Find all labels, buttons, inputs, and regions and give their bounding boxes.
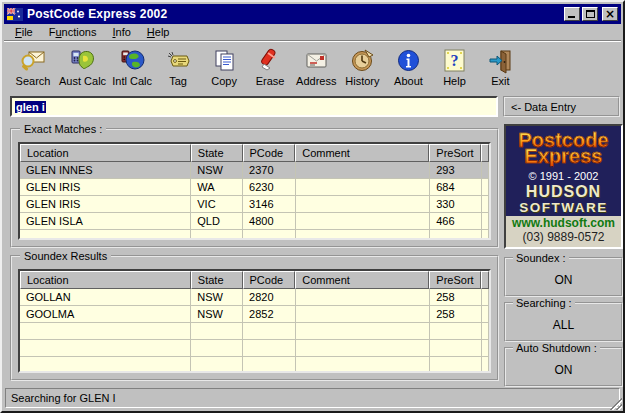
- cell-state: [191, 323, 243, 340]
- column-header-pcode[interactable]: PCode: [243, 144, 296, 162]
- app-flag-icon: [7, 8, 23, 21]
- table-row[interactable]: GOOLMANSW2852258: [20, 306, 489, 323]
- title-bar: PostCode Express 2002 ×: [4, 4, 621, 24]
- about-icon: [394, 46, 422, 74]
- aust-calc-icon: [69, 46, 97, 74]
- soundex-results-group: Soundex Results LocationStatePCodeCommen…: [10, 255, 499, 381]
- table-row[interactable]: GLEN IRISWA6230684: [20, 179, 489, 196]
- minimize-button[interactable]: [564, 7, 580, 21]
- cell-location: GOLLAN: [20, 289, 191, 306]
- table-row[interactable]: GLEN IRISVIC3146330: [20, 196, 489, 213]
- soundex-results-title: Soundex Results: [20, 250, 111, 262]
- tool-help-button[interactable]: ?Help: [431, 45, 477, 88]
- cell-pcode: 2852: [243, 306, 296, 323]
- tool-label: Intl Calc: [112, 75, 152, 87]
- table-row[interactable]: GOLLANNSW2820258: [20, 289, 489, 306]
- soundex-results-grid: LocationStatePCodeCommentPreSortGOLLANNS…: [18, 269, 491, 373]
- tool-label: Copy: [211, 75, 237, 87]
- cell-state: WA: [191, 179, 243, 196]
- auto-shutdown-status-value: ON: [506, 363, 621, 377]
- column-header-presort[interactable]: PreSort: [429, 144, 481, 162]
- tool-label: About: [394, 75, 423, 87]
- tool-copy-button[interactable]: Copy: [201, 45, 247, 88]
- tool-history-button[interactable]: History: [339, 45, 385, 88]
- cell-presort: [430, 230, 482, 240]
- resize-grip[interactable]: [609, 397, 622, 410]
- table-row[interactable]: [20, 340, 489, 357]
- column-header-comment[interactable]: Comment: [295, 144, 429, 162]
- tool-address-button[interactable]: Address: [293, 45, 339, 88]
- menu-item-info[interactable]: Info: [105, 24, 137, 40]
- tool-erase-button[interactable]: Erase: [247, 45, 293, 88]
- app-window: PostCode Express 2002 × FileFunctionsInf…: [0, 0, 625, 413]
- cell-stub: [482, 230, 489, 240]
- menu-item-help[interactable]: Help: [140, 24, 177, 40]
- column-header-pcode[interactable]: PCode: [243, 271, 296, 289]
- soundex-status-value: ON: [506, 273, 621, 287]
- table-row[interactable]: [20, 357, 489, 373]
- column-header-presort[interactable]: PreSort: [429, 271, 481, 289]
- cell-state: [191, 230, 243, 240]
- cell-state: NSW: [191, 162, 243, 179]
- tool-label: Erase: [256, 75, 285, 87]
- intl-calc-icon: [118, 46, 146, 74]
- grid-header-row: LocationStatePCodeCommentPreSort: [20, 144, 489, 162]
- table-row[interactable]: GLEN ISLAQLD4800466: [20, 213, 489, 230]
- tool-label: Exit: [491, 75, 509, 87]
- table-row[interactable]: [20, 323, 489, 340]
- help-icon: ?: [440, 46, 468, 74]
- maximize-button[interactable]: [582, 7, 598, 21]
- window-controls: ×: [564, 7, 618, 21]
- tool-search-button[interactable]: Search: [10, 45, 56, 88]
- cell-stub: [482, 213, 489, 230]
- address-icon: [302, 46, 330, 74]
- cell-stub: [482, 323, 489, 340]
- column-header-state[interactable]: State: [191, 144, 243, 162]
- tool-about-button[interactable]: About: [385, 45, 431, 88]
- cell-comment: [296, 323, 430, 340]
- cell-stub: [482, 179, 489, 196]
- column-header-comment[interactable]: Comment: [295, 271, 429, 289]
- cell-state: [191, 340, 243, 357]
- column-header-location[interactable]: Location: [20, 144, 191, 162]
- cell-presort: 258: [430, 306, 482, 323]
- tool-aust-calc-button[interactable]: Aust Calc: [56, 45, 109, 88]
- cell-location: GLEN IRIS: [20, 196, 191, 213]
- close-button[interactable]: ×: [602, 7, 618, 21]
- cell-comment: [296, 196, 430, 213]
- cell-pcode: [243, 357, 296, 373]
- tool-label: Tag: [169, 75, 187, 87]
- tool-label: Aust Calc: [59, 75, 106, 87]
- tool-exit-button[interactable]: Exit: [477, 45, 523, 88]
- cell-comment: [296, 213, 430, 230]
- cell-pcode: 3146: [243, 196, 296, 213]
- tool-tag-button[interactable]: Tag: [155, 45, 201, 88]
- history-icon: [348, 46, 376, 74]
- cell-comment: [296, 230, 430, 240]
- table-row[interactable]: GLEN INNESNSW2370293: [20, 162, 489, 179]
- column-header-location[interactable]: Location: [20, 271, 191, 289]
- cell-presort: [430, 340, 482, 357]
- status-bar: Searching for GLEN I: [5, 388, 620, 408]
- cell-presort: [430, 323, 482, 340]
- table-row[interactable]: [20, 230, 489, 240]
- searching-status-label: Searching :: [513, 297, 575, 309]
- cell-presort: 330: [430, 196, 482, 213]
- cell-location: [20, 340, 191, 357]
- menu-item-file[interactable]: File: [8, 24, 40, 40]
- exact-matches-grid: LocationStatePCodeCommentPreSortGLEN INN…: [18, 142, 491, 240]
- search-input[interactable]: glen i: [10, 96, 498, 117]
- cell-state: QLD: [191, 213, 243, 230]
- auto-shutdown-status-box: Auto Shutdown : ON: [504, 347, 623, 387]
- soundex-status-label: Soundex :: [513, 252, 569, 264]
- window-title: PostCode Express 2002: [27, 7, 564, 21]
- search-input-selected-text: glen i: [15, 101, 46, 113]
- column-header-state[interactable]: State: [191, 271, 243, 289]
- cell-stub: [482, 162, 489, 179]
- svg-text:?: ?: [450, 52, 458, 69]
- menu-item-functions[interactable]: Functions: [42, 24, 104, 40]
- cell-pcode: 2370: [243, 162, 296, 179]
- tool-intl-calc-button[interactable]: Intl Calc: [109, 45, 155, 88]
- cell-comment: [296, 162, 430, 179]
- brand-website: www.hudsoft.com: [506, 217, 621, 231]
